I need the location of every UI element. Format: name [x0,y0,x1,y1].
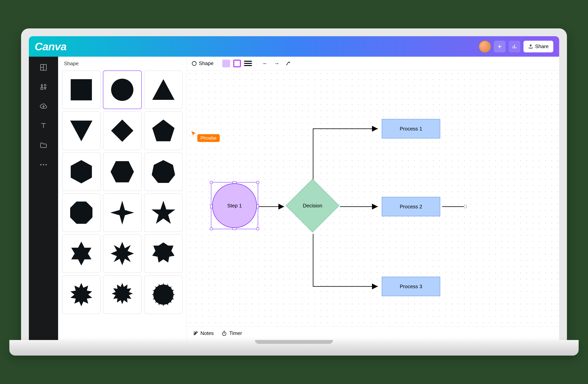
svg-marker-22 [162,283,164,286]
bottom-bar: Notes Timer [187,326,559,340]
collaborator-cursor: Phoebe [191,131,220,142]
svg-marker-25 [172,293,175,296]
left-sidebar [29,57,58,340]
selection-box [211,182,258,229]
svg-marker-9 [70,121,92,141]
sidebar-uploads[interactable] [39,101,48,111]
canvas[interactable]: Phoebe [187,70,559,326]
sidebar-elements[interactable] [39,82,48,92]
create-team-button[interactable] [494,41,505,52]
process-label: Process 2 [400,204,422,210]
svg-point-5 [45,164,47,166]
canvas-area: Shape ← → [187,57,559,340]
shape-heptagon[interactable] [144,153,183,191]
decision-label: Decision [303,203,322,209]
top-bar: Canva Share [29,36,559,57]
shape-star-5[interactable] [144,193,183,232]
shape-octagon[interactable] [62,193,101,232]
process-label: Process 1 [400,126,422,132]
panel-title: Shape [58,57,187,71]
svg-marker-23 [162,303,164,306]
svg-point-1 [44,84,46,86]
shape-badge-8[interactable] [144,234,183,273]
svg-marker-19 [111,242,134,265]
share-button[interactable]: Share [524,41,553,52]
shape-triangle-down[interactable] [62,111,101,150]
svg-point-3 [40,164,42,166]
svg-point-4 [43,164,44,166]
svg-marker-8 [152,79,174,100]
shape-hexagon-h[interactable] [103,153,142,191]
arrow-start-button[interactable]: ← [261,59,269,67]
arrow-end-button[interactable]: → [272,59,281,67]
shape-star-8[interactable] [103,234,142,273]
shapes-grid [58,71,187,314]
svg-marker-14 [152,160,175,183]
shape-burst-12[interactable] [62,275,101,314]
shape-square[interactable] [62,71,101,109]
flowchart-process-1[interactable]: Process 1 [382,119,440,138]
svg-marker-17 [151,201,175,224]
process-label: Process 3 [400,284,422,289]
timer-icon [221,331,227,336]
svg-marker-12 [71,160,92,183]
upload-icon [528,44,533,49]
insights-button[interactable] [509,41,520,52]
shape-hexagon[interactable] [62,153,101,191]
svg-marker-15 [70,202,92,224]
svg-marker-13 [111,161,134,182]
flowchart-decision-node[interactable]: Decision [286,179,339,232]
canva-logo: Canva [35,40,66,53]
flowchart-process-2[interactable]: Process 2 [382,197,440,216]
sidebar-text[interactable] [39,121,48,131]
flowchart-process-3[interactable]: Process 3 [382,277,440,296]
circle-icon [191,61,197,66]
shape-triangle[interactable] [144,71,183,109]
notes-icon [193,331,198,336]
svg-marker-24 [152,293,155,296]
notes-button[interactable]: Notes [193,330,214,336]
share-label: Share [535,43,549,49]
line-path-button[interactable] [284,59,293,67]
shape-burst-16[interactable] [103,275,142,314]
shape-pentagon[interactable] [144,111,183,150]
shape-star-6[interactable] [62,234,101,273]
user-avatar[interactable] [479,41,491,52]
flowchart-step-node[interactable]: Step 1 [212,183,257,228]
sidebar-templates[interactable] [39,62,48,72]
shape-star-4[interactable] [103,193,142,232]
svg-rect-2 [41,87,43,89]
fill-color-swatch[interactable] [222,59,230,67]
svg-marker-20 [152,242,174,263]
svg-marker-10 [111,119,133,142]
collaborator-name: Phoebe [197,134,220,142]
shape-circle[interactable] [103,71,142,109]
svg-rect-6 [71,79,92,100]
line-style-button[interactable] [244,59,252,67]
connector-endpoint[interactable] [464,205,467,208]
border-color-swatch[interactable] [233,59,241,67]
timer-button[interactable]: Timer [221,330,242,336]
sidebar-projects[interactable] [39,140,48,150]
shape-diamond[interactable] [103,111,142,150]
shape-burst-20[interactable] [144,275,183,314]
svg-point-7 [111,79,133,101]
svg-marker-16 [110,201,134,225]
sidebar-more[interactable] [39,160,48,170]
shape-type-dropdown[interactable]: Shape [191,60,213,66]
svg-marker-18 [71,242,91,265]
shapes-panel: Shape [58,57,187,340]
context-toolbar: Shape ← → [187,57,559,70]
svg-marker-11 [152,119,174,141]
